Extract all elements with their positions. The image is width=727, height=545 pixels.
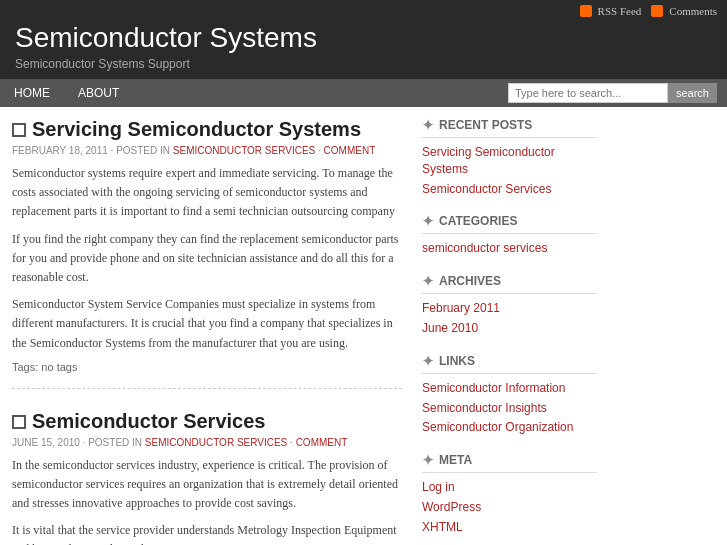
nav-home[interactable]: HOME: [0, 79, 64, 107]
post-2-meta: JUNE 15, 2010 · POSTED IN SEMICONDUCTOR …: [12, 437, 402, 448]
post-2-title-row: Semiconductor Services: [12, 409, 402, 433]
comments-feed-link[interactable]: Comments: [651, 5, 717, 17]
search-button[interactable]: search: [668, 83, 717, 103]
post-2-title: Semiconductor Services: [32, 409, 265, 433]
sidebar-archives-heading: ✦ ARCHIVES: [422, 273, 597, 294]
content-wrapper: Servicing Semiconductor Systems FEBRUARY…: [0, 107, 727, 545]
post-1-meta: FEBRUARY 18, 2011 · POSTED IN SEMICONDUC…: [12, 145, 402, 156]
post-2-para-1: In the semiconductor services industry, …: [12, 456, 402, 514]
sidebar-categories: ✦ CATEGORIES semiconductor services: [422, 213, 597, 257]
post-2-category-link[interactable]: SEMICONDUCTOR SERVICES: [145, 437, 287, 448]
sidebar-categories-heading: ✦ CATEGORIES: [422, 213, 597, 234]
post-2-para-2: It is vital that the service provider un…: [12, 521, 402, 545]
ext-link-3[interactable]: Semiconductor Organization: [422, 419, 597, 436]
category-link-1[interactable]: semiconductor services: [422, 240, 597, 257]
main-content: Servicing Semiconductor Systems FEBRUARY…: [12, 117, 402, 545]
post-2-icon: [12, 415, 26, 429]
post-2-comment-link[interactable]: COMMENT: [296, 437, 348, 448]
post-1-para-3: Semiconductor System Service Companies m…: [12, 295, 402, 353]
archive-link-2[interactable]: June 2010: [422, 320, 597, 337]
header-top-bar: RSS Feed Comments: [580, 5, 717, 17]
comments-rss-icon: [651, 5, 663, 17]
post-1: Servicing Semiconductor Systems FEBRUARY…: [12, 117, 402, 389]
search-input[interactable]: [508, 83, 668, 103]
sidebar-links: ✦ LINKS Semiconductor Information Semico…: [422, 353, 597, 436]
site-subtitle: Semiconductor Systems Support: [15, 57, 712, 71]
sidebar-archives: ✦ ARCHIVES February 2011 June 2010: [422, 273, 597, 337]
meta-link-3[interactable]: XHTML: [422, 519, 597, 536]
post-1-title: Servicing Semiconductor Systems: [32, 117, 361, 141]
recent-posts-icon: ✦: [422, 117, 434, 133]
archives-icon: ✦: [422, 273, 434, 289]
recent-post-link-2[interactable]: Semiconductor Services: [422, 181, 597, 198]
ext-link-1[interactable]: Semiconductor Information: [422, 380, 597, 397]
post-1-tags: Tags: no tags: [12, 361, 402, 373]
search-bar: search: [508, 83, 717, 103]
comments-feed-label: Comments: [669, 5, 717, 17]
site-title: Semiconductor Systems: [15, 22, 712, 54]
post-2-date: JUNE 15, 2010: [12, 437, 80, 448]
meta-link-2[interactable]: WordPress: [422, 499, 597, 516]
rss-icon: [580, 5, 592, 17]
categories-icon: ✦: [422, 213, 434, 229]
post-2-meta-prefix: · POSTED IN: [83, 437, 145, 448]
post-1-date: FEBRUARY 18, 2011: [12, 145, 108, 156]
post-1-meta-prefix: · POSTED IN: [111, 145, 173, 156]
post-1-para-2: If you find the right company they can f…: [12, 230, 402, 288]
recent-post-link-1[interactable]: Servicing Semiconductor Systems: [422, 144, 597, 178]
post-1-comment-link[interactable]: COMMENT: [324, 145, 376, 156]
rss-feed-link[interactable]: RSS Feed: [580, 5, 642, 17]
sidebar: ✦ RECENT POSTS Servicing Semiconductor S…: [422, 117, 597, 545]
post-1-icon: [12, 123, 26, 137]
meta-icon: ✦: [422, 452, 434, 468]
site-header: RSS Feed Comments Semiconductor Systems …: [0, 0, 727, 79]
nav-about[interactable]: ABOUT: [64, 79, 133, 107]
main-nav: HOME ABOUT search: [0, 79, 727, 107]
sidebar-recent-posts: ✦ RECENT POSTS Servicing Semiconductor S…: [422, 117, 597, 197]
sidebar-recent-posts-heading: ✦ RECENT POSTS: [422, 117, 597, 138]
post-2: Semiconductor Services JUNE 15, 2010 · P…: [12, 409, 402, 545]
sidebar-meta: ✦ META Log in WordPress XHTML: [422, 452, 597, 535]
rss-feed-label: RSS Feed: [598, 5, 642, 17]
sidebar-meta-heading: ✦ META: [422, 452, 597, 473]
meta-link-1[interactable]: Log in: [422, 479, 597, 496]
post-1-tags-label: Tags:: [12, 361, 38, 373]
post-1-title-row: Servicing Semiconductor Systems: [12, 117, 402, 141]
post-1-tags-value: no tags: [41, 361, 77, 373]
ext-link-2[interactable]: Semiconductor Insights: [422, 400, 597, 417]
post-1-category-link[interactable]: SEMICONDUCTOR SERVICES: [173, 145, 315, 156]
sidebar-links-heading: ✦ LINKS: [422, 353, 597, 374]
links-icon: ✦: [422, 353, 434, 369]
post-1-para-1: Semiconductor systems require expert and…: [12, 164, 402, 222]
archive-link-1[interactable]: February 2011: [422, 300, 597, 317]
